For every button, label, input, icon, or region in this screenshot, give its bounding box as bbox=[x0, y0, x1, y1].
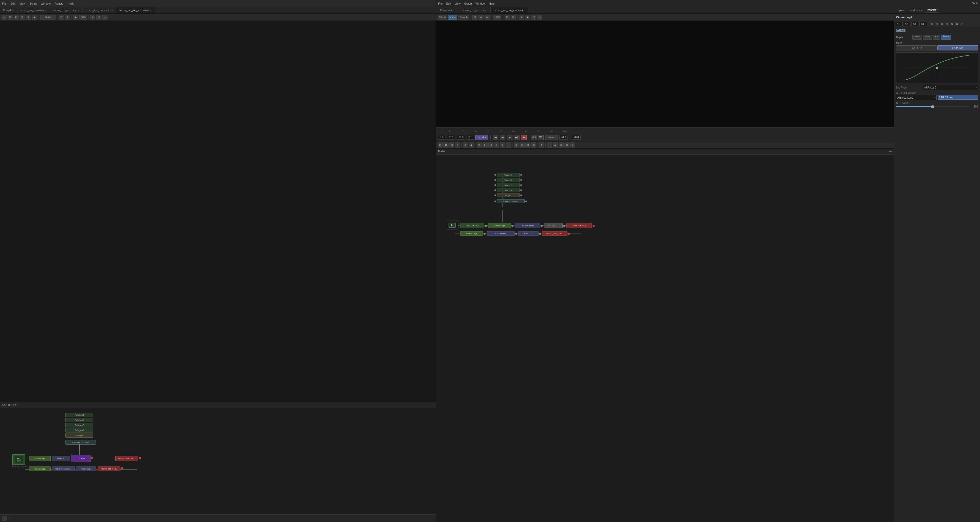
insp-icon-1[interactable]: ⊞ bbox=[929, 22, 934, 26]
viewer-btn-misc3[interactable]: ◫ bbox=[531, 15, 536, 20]
tab-close-0[interactable]: ✕ bbox=[12, 9, 14, 12]
tc-misc2[interactable]: M2 bbox=[538, 135, 544, 140]
right-cameratracker[interactable]: CameraTracker1 bbox=[495, 199, 527, 203]
draw-btn-2[interactable]: ⊠ bbox=[444, 142, 449, 148]
node-rt202-out1[interactable]: RT202_215_010... bbox=[115, 456, 138, 461]
draw-btn-1[interactable]: ⊟ bbox=[438, 142, 443, 148]
r-node-ocio[interactable]: OCIOTransfo... bbox=[487, 231, 515, 236]
node-rt202-out2[interactable]: RT202_215_010... bbox=[98, 466, 121, 471]
viewer-btn-2[interactable]: ⊕ bbox=[479, 15, 484, 20]
insp-icon-7[interactable]: ◫ bbox=[960, 22, 964, 26]
tc-step-back[interactable]: ◀ bbox=[500, 135, 505, 140]
r-menu-help[interactable]: Help bbox=[489, 2, 495, 5]
toolbar-btn-1[interactable]: ≡ bbox=[2, 15, 6, 20]
draw-btn-9[interactable]: ⊲ bbox=[488, 142, 493, 148]
toolbar-zoom-in[interactable]: ⊕ bbox=[65, 15, 70, 20]
insp-icon-2[interactable]: ⊟ bbox=[934, 22, 939, 26]
tab-rt202-215-v007[interactable]: RT202_215_010_v007.comp ✕ bbox=[116, 7, 155, 13]
tab-comp1[interactable]: Comp1 ✕ bbox=[0, 7, 18, 13]
arri-log-dropdown[interactable]: ARR C2 LogC ▾ bbox=[896, 95, 937, 100]
ssd-slider-track[interactable] bbox=[896, 106, 969, 107]
r-tab-rt202-v007[interactable]: RT202_215_010_v007.comp bbox=[491, 7, 528, 13]
draw-btn-21[interactable]: ⊡ bbox=[565, 142, 570, 148]
right-polygon4[interactable]: Polygon4 bbox=[495, 188, 527, 192]
draw-btn-3[interactable]: ⊡ bbox=[449, 142, 454, 148]
insp-icon-8[interactable]: ⊹ bbox=[965, 22, 969, 26]
viewer-btn-3[interactable]: ⊖ bbox=[485, 15, 490, 20]
tc-frame[interactable]: Frame bbox=[545, 135, 558, 140]
r-node-bfslate[interactable]: BF_SLATE bbox=[544, 223, 563, 228]
tab-rt201-116[interactable]: RT201_116_010.comp ✕ bbox=[18, 7, 50, 13]
viewer-tab-effects[interactable]: Effects bbox=[438, 15, 447, 20]
inspector-tab-keyframes[interactable]: Keyframes bbox=[908, 8, 923, 12]
draw-btn-15[interactable]: ⊟ bbox=[525, 142, 530, 148]
r-node-cineon2[interactable]: CineonLog1 bbox=[460, 231, 483, 236]
menu-window[interactable]: Window bbox=[41, 2, 51, 5]
controls-tab-label[interactable]: Controls bbox=[896, 29, 905, 32]
insp-icon-5[interactable]: ⊛ bbox=[950, 22, 954, 26]
stack-node-5[interactable]: CameraTracker1 bbox=[65, 440, 96, 445]
depth-keep-btn[interactable]: Keep bbox=[912, 35, 922, 40]
draw-btn-13[interactable]: ⊕ bbox=[514, 142, 519, 148]
timeline-end-1[interactable]: 70.0 bbox=[447, 135, 455, 140]
draw-btn-8[interactable]: ⊳ bbox=[482, 142, 488, 148]
insp-num-2[interactable]: S2 bbox=[903, 22, 911, 26]
draw-btn-20[interactable]: ⊕ bbox=[558, 142, 564, 148]
stack-node-4[interactable]: Merge1 bbox=[65, 433, 93, 438]
right-merge1[interactable]: Merge1 bbox=[495, 193, 527, 197]
stack-node-0[interactable]: Polygon1 bbox=[65, 413, 93, 417]
draw-btn-14[interactable]: ⊖ bbox=[520, 142, 525, 148]
stack-node-1[interactable]: Polygon2 bbox=[65, 418, 93, 422]
navigator-box[interactable]: ⊳ bbox=[446, 221, 458, 229]
timeline-start[interactable]: 0.0 bbox=[438, 135, 445, 140]
draw-btn-16[interactable]: ⊠ bbox=[531, 142, 536, 148]
r-menu-graph[interactable]: Graph bbox=[464, 2, 472, 5]
timeline-current[interactable]: 0.0 bbox=[467, 135, 474, 140]
node-ocio[interactable]: OCIOTransform... bbox=[52, 466, 75, 471]
stack-node-3[interactable]: Polygon4 bbox=[65, 428, 93, 433]
right-viewer[interactable] bbox=[436, 21, 894, 127]
draw-btn-4[interactable]: ✎ bbox=[455, 142, 460, 148]
node-cineonlog2[interactable]: CineonLog2 bbox=[29, 466, 51, 471]
menu-help[interactable]: Help bbox=[68, 2, 74, 5]
node-getlut[interactable]: Get_LUT bbox=[72, 455, 91, 462]
render-button[interactable]: Render bbox=[476, 135, 488, 140]
mode-lin-to-log[interactable]: Lin to Log bbox=[937, 45, 978, 51]
toolbar-btn-3[interactable]: ◧ bbox=[14, 15, 19, 20]
toolbar-channel[interactable]: RGB bbox=[80, 15, 87, 20]
viewer-btn-misc4[interactable]: ⊹ bbox=[537, 15, 542, 20]
log-type-dropdown[interactable]: ARR LogC ▾ bbox=[923, 85, 978, 90]
depth-float-btn[interactable]: float8 bbox=[941, 35, 951, 40]
ssd-slider-thumb[interactable] bbox=[931, 105, 934, 108]
right-polygon1[interactable]: Polygon1 bbox=[495, 173, 527, 177]
r-node-cineon[interactable]: CineonLog1 bbox=[488, 223, 511, 228]
r-menu-edit[interactable]: Edit bbox=[446, 2, 451, 5]
r-menu-window[interactable]: Window bbox=[476, 2, 485, 5]
draw-btn-7[interactable]: ◫ bbox=[477, 142, 482, 148]
draw-btn-10[interactable]: ⊹ bbox=[494, 142, 499, 148]
draw-btn-11[interactable]: ⊛ bbox=[500, 142, 505, 148]
tc-end-frame[interactable]: 70.0 bbox=[559, 135, 568, 140]
menu-file[interactable]: File bbox=[2, 2, 6, 5]
stack-node-2[interactable]: Polygon3 bbox=[65, 423, 93, 427]
tc-misc1[interactable]: MO bbox=[531, 135, 536, 140]
draw-btn-5[interactable]: ⊞ bbox=[463, 142, 468, 148]
tc-ratio[interactable]: 70.0 bbox=[572, 135, 581, 140]
tab-close-3[interactable]: ✕ bbox=[111, 9, 113, 12]
tab-close-4[interactable]: ✕ bbox=[150, 9, 152, 12]
toolbar-misc2[interactable]: ◫ bbox=[96, 15, 102, 20]
r-node-loader[interactable]: RT202_215_010... bbox=[460, 223, 484, 228]
tc-step-fwd[interactable]: ▶| bbox=[514, 135, 520, 140]
r-tab-rt201[interactable]: RT201_115_010.comp bbox=[459, 7, 490, 13]
insp-icon-4[interactable]: ⊡ bbox=[945, 22, 949, 26]
r-node-reducenoise[interactable]: ReduceNoise1 bbox=[515, 223, 540, 228]
draw-btn-12[interactable]: ⋯ bbox=[506, 142, 511, 148]
viewer-btn-misc1[interactable]: ⊛ bbox=[519, 15, 524, 20]
r-menu-file[interactable]: File bbox=[438, 2, 443, 5]
node-mediain1[interactable]: MediaIn1 bbox=[52, 456, 70, 461]
r-menu-view[interactable]: View bbox=[455, 2, 461, 5]
inspector-tab-spline[interactable]: Spline bbox=[896, 8, 906, 12]
bottom-btn-1[interactable]: ▪ bbox=[2, 516, 6, 521]
r-node-haslut[interactable]: HasLUT1 bbox=[518, 231, 539, 236]
viewer-tab-nodes[interactable]: Nodes bbox=[448, 15, 457, 20]
